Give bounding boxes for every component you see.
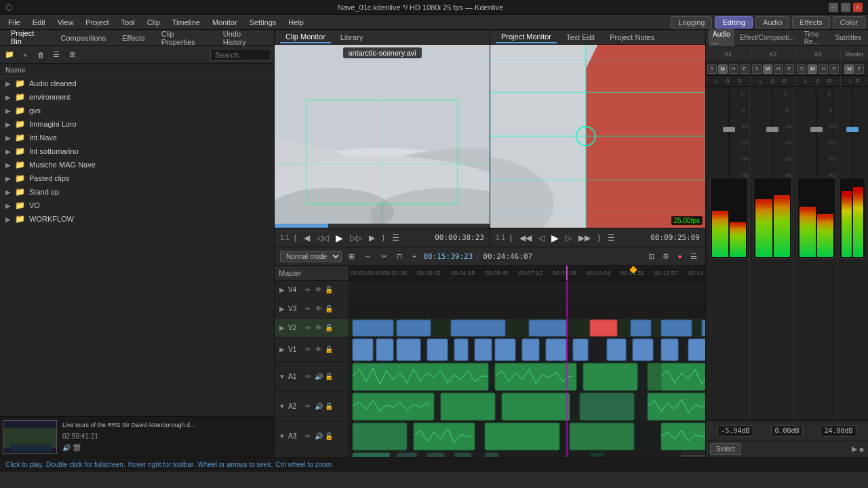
list-item[interactable]: ▶ 📁 Immagini Loro [0, 117, 274, 131]
list-item[interactable]: ▶ 📁 Musiche MAG Nave [0, 158, 274, 171]
a2-edit[interactable]: E [785, 64, 794, 74]
menu-clip[interactable]: Clip [142, 17, 165, 28]
menu-monitor[interactable]: Monitor [207, 17, 243, 28]
step-back-btn[interactable]: ◁◁ [314, 232, 332, 244]
mode-effects[interactable]: Effects [792, 16, 829, 28]
a1-solo[interactable]: S [707, 64, 717, 74]
add-track-btn[interactable]: + [410, 251, 419, 262]
track-v3-expand[interactable]: ▶ [277, 304, 287, 314]
next-frame-btn[interactable]: ▶ [366, 232, 378, 244]
tab-audio-mixer[interactable]: Audio ... [709, 29, 734, 47]
in-point-btn[interactable]: ⟨ [291, 232, 300, 244]
tab-subtitles[interactable]: Subtitles [831, 33, 865, 43]
menu-help[interactable]: Help [283, 17, 309, 28]
tab-time-remap[interactable]: Time Re... [800, 29, 830, 47]
track-v4-edit[interactable]: ✏ [303, 285, 313, 295]
offset-val[interactable]: 0.00dB [771, 425, 802, 436]
mode-logging[interactable]: Logging [671, 16, 712, 28]
pm-out-btn[interactable]: ⟩ [595, 232, 604, 244]
a3-mute[interactable]: M [808, 64, 817, 74]
close-btn[interactable]: ✕ [853, 3, 863, 12]
tl-record-btn[interactable]: ● [675, 251, 685, 262]
prev-frame-btn[interactable]: ◀ [301, 232, 313, 244]
pm-menu-btn[interactable]: ☰ [605, 232, 618, 244]
pm-play-btn[interactable]: ▶ [549, 231, 561, 245]
tl-extra-btn[interactable]: ☰ [688, 251, 700, 262]
view-list-btn[interactable]: ☰ [50, 48, 63, 62]
track-a2-expand[interactable]: ▼ [277, 402, 287, 411]
timeline-ruler[interactable]: 00:00:00:00 00:01:26 00:02:52 00:04:19 0… [349, 266, 705, 281]
track-v1-edit[interactable]: ✏ [303, 345, 313, 354]
a1-headphone[interactable]: H [729, 64, 738, 74]
a1-fader-handle[interactable] [723, 127, 735, 132]
delete-btn[interactable]: 🗑 [34, 48, 47, 62]
menu-settings[interactable]: Settings [244, 17, 282, 28]
play-btn[interactable]: ▶ [333, 231, 346, 245]
group-btn[interactable]: ⊓ [394, 251, 406, 262]
track-v2-mute[interactable]: 👁 [314, 323, 323, 333]
track-v1-lock[interactable]: 🔓 [325, 346, 333, 354]
pm-next-btn[interactable]: ▶▶ [576, 232, 593, 244]
track-a3-expand[interactable]: ▼ [277, 432, 287, 441]
track-v2-lock[interactable]: 🔓 [325, 324, 333, 332]
master-edit[interactable]: E [854, 64, 864, 74]
tab-clip-props[interactable]: Clip Properties [155, 28, 214, 47]
track-v4-expand[interactable]: ▶ [277, 285, 287, 295]
track-v4-lock[interactable]: 🔓 [325, 286, 333, 294]
tl-settings[interactable]: ⚙ [660, 251, 672, 262]
track-v2-expand[interactable]: ▶ [277, 323, 287, 333]
transport-stop-bottom[interactable]: ■ [859, 445, 864, 453]
pm-in-btn[interactable]: ⟨ [507, 232, 515, 244]
mode-editing[interactable]: Editing [715, 16, 753, 28]
tab-library[interactable]: Library [335, 32, 369, 43]
a1-mute[interactable]: M [718, 64, 728, 74]
maximize-btn[interactable]: □ [841, 3, 850, 12]
timeline-mode-select[interactable]: Normal mode [280, 251, 342, 262]
a2-headphone[interactable]: H [774, 64, 783, 74]
menu-btn[interactable]: ☰ [389, 232, 402, 244]
track-a3-edit[interactable]: ✏ [303, 432, 313, 441]
tab-undo-history[interactable]: Undo History [216, 28, 270, 47]
tab-effect-compo[interactable]: Effect/Compositi... [736, 33, 799, 43]
menu-view[interactable]: View [52, 17, 79, 28]
mode-color[interactable]: Color [833, 16, 865, 28]
track-a2-mute[interactable]: 🔊 [314, 402, 323, 411]
master-mute[interactable]: M [844, 64, 854, 74]
search-input[interactable] [210, 49, 271, 61]
track-a3-lock[interactable]: 🔓 [325, 432, 333, 441]
a1-edit[interactable]: E [740, 64, 749, 74]
tl-zoom-fit[interactable]: ⊡ [646, 251, 657, 262]
add-folder-btn[interactable]: 📁 [3, 48, 16, 62]
a3-edit[interactable]: E [829, 64, 839, 74]
list-item[interactable]: ▶ 📁 Int Nave [0, 131, 274, 144]
add-clip-btn[interactable]: + [18, 48, 32, 62]
a3-fader-handle[interactable] [810, 127, 823, 132]
clip-monitor-video[interactable]: antarctic-scenery.avi [275, 45, 490, 228]
tab-compositions[interactable]: Compositions [54, 33, 113, 43]
menu-file[interactable]: File [3, 17, 26, 28]
menu-project[interactable]: Project [80, 17, 114, 28]
project-monitor-video[interactable]: 25.00fps [490, 45, 705, 228]
menu-timeline[interactable]: Timeline [167, 17, 205, 28]
track-a1-edit[interactable]: ✏ [303, 372, 313, 382]
window-controls[interactable]: – □ ✕ [829, 3, 863, 12]
track-a1-mute[interactable]: 🔊 [314, 372, 323, 382]
mode-audio[interactable]: Audio [755, 16, 789, 28]
track-v2-edit[interactable]: ✏ [303, 323, 313, 333]
track-v3-lock[interactable]: 🔓 [325, 305, 333, 313]
razor-btn[interactable]: ✂ [378, 251, 390, 262]
out-point-btn[interactable]: ⟩ [379, 232, 388, 244]
tab-project-notes[interactable]: Project Notes [604, 32, 660, 43]
pm-prev-btn[interactable]: ◀◀ [517, 232, 534, 244]
list-item[interactable]: ▶ 📁 gvs [0, 104, 274, 117]
ripple-btn[interactable]: ↔ [361, 251, 374, 262]
select-button[interactable]: Select [710, 443, 741, 455]
a2-mute[interactable]: M [763, 64, 772, 74]
transport-play-bottom[interactable]: ▶ [852, 445, 857, 453]
list-item[interactable]: ▶ 📁 VO [0, 199, 274, 212]
list-item[interactable]: ▶ 📁 Pasted clips [0, 171, 274, 185]
list-item[interactable]: ▶ 📁 environment [0, 90, 274, 104]
gain-val[interactable]: -5.94dB [717, 425, 753, 436]
a3-headphone[interactable]: H [818, 64, 828, 74]
track-v3-mute[interactable]: 👁 [314, 304, 323, 314]
